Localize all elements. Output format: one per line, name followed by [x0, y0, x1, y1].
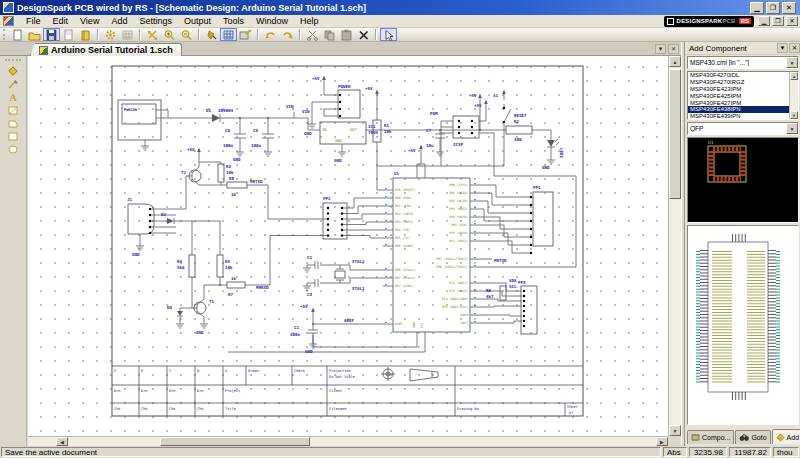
settings-gear-icon[interactable] — [102, 28, 119, 41]
restore-button[interactable]: ❐ — [766, 2, 780, 14]
symbol-preview — [687, 225, 799, 425]
add-shape-rectangle-tool[interactable] — [2, 104, 24, 117]
svg-text:Drn: Drn — [169, 389, 176, 393]
scroll-left-button[interactable]: ◀ — [56, 437, 68, 446]
zoom-in-icon[interactable] — [161, 28, 178, 41]
add-shape-polygon-tool[interactable] — [2, 117, 24, 130]
menu-help[interactable]: Help — [294, 15, 325, 27]
designspark-logo: DESIGNSPARKPCB RS — [664, 16, 754, 27]
menu-edit[interactable]: Edit — [47, 15, 75, 27]
svg-text:1N4004: 1N4004 — [218, 108, 234, 113]
add-component-panel: Add Component ▼ ✕ MSP430.cml [in "..."] … — [684, 42, 800, 446]
add-shape-square-tool[interactable] — [2, 130, 24, 143]
list-item[interactable]: MSP430FE439IPN — [688, 113, 798, 120]
tab-list-dropdown-button[interactable]: ▼ — [655, 44, 666, 54]
zoom-out-icon[interactable] — [178, 28, 195, 41]
list-item[interactable]: MSP430FE425IPM — [688, 93, 798, 100]
list-scroll-up-button[interactable]: ▲ — [790, 72, 798, 80]
open-button[interactable] — [26, 28, 43, 41]
colors-icon[interactable] — [203, 28, 220, 41]
undo-icon[interactable] — [262, 28, 279, 41]
svg-text:GND: GND — [132, 252, 140, 257]
list-item-selected[interactable]: MSP430FE438IPN — [688, 106, 798, 113]
list-item[interactable]: MSP430F4270IRGZ — [688, 79, 798, 86]
technology-grid-icon[interactable] — [119, 28, 136, 41]
design-browser-icon[interactable] — [237, 28, 254, 41]
cut-icon[interactable] — [304, 28, 321, 41]
binoculars-icon — [739, 433, 749, 442]
list-scroll-down-button[interactable]: ▼ — [790, 111, 798, 119]
redo-icon[interactable] — [279, 28, 296, 41]
library-dropdown-icon[interactable]: ▼ — [786, 57, 798, 68]
select-cursor-button[interactable] — [380, 28, 397, 41]
menu-window[interactable]: Window — [250, 15, 294, 27]
child-restore-button[interactable]: ❐ — [772, 16, 784, 26]
title-block: E D C B A Drawn Check Projection Do Not … — [112, 366, 583, 416]
add-text-tool[interactable]: A — [2, 91, 24, 104]
svg-text:R7: R7 — [228, 292, 234, 297]
horizontal-scrollbar[interactable]: ◀ ▶ — [28, 436, 668, 446]
tab-goto[interactable]: Goto — [735, 430, 770, 444]
component-list[interactable]: MSP430F4270IDL MSP430F4270IRGZ MSP430FE4… — [687, 71, 799, 120]
toolbar-grip[interactable] — [5, 59, 21, 63]
menu-output[interactable]: Output — [178, 15, 217, 27]
save-all-button[interactable] — [77, 28, 94, 41]
grid-toggle-button[interactable] — [220, 28, 237, 41]
add-shape-ellipse-tool[interactable] — [2, 143, 24, 156]
svg-text:5k6: 5k6 — [177, 265, 185, 270]
package-select[interactable]: QFP ▼ — [687, 122, 799, 135]
svg-text:PD2 (INT0): PD2 (INT0) — [395, 212, 414, 216]
add-connection-tool[interactable] — [2, 78, 24, 91]
close-button[interactable]: ✕ — [782, 2, 796, 14]
designspark-logo-icon — [667, 18, 674, 25]
panel-tab-bar: Compo... Goto Add Co... — [685, 428, 800, 444]
child-close-button[interactable]: ✕ — [786, 16, 798, 26]
add-component-tool[interactable] — [2, 65, 24, 78]
menu-add[interactable]: Add — [105, 15, 133, 27]
list-item[interactable]: MSP430FE423IPM — [688, 86, 798, 93]
brand-designspark: DESIGNSPARK — [677, 18, 723, 24]
scrollbar-corner — [668, 436, 681, 446]
close-document-button[interactable] — [60, 28, 77, 41]
header-pp2: PP2 — [323, 196, 383, 239]
paste-icon[interactable] — [338, 28, 355, 41]
menu-tools[interactable]: Tools — [217, 15, 250, 27]
menu-view[interactable]: View — [74, 15, 105, 27]
child-minimize-button[interactable]: ▁ — [758, 16, 770, 26]
toolbar-grip[interactable] — [3, 29, 6, 40]
save-button[interactable] — [43, 28, 60, 41]
scroll-up-button[interactable]: ▲ — [669, 56, 681, 67]
document-icon[interactable] — [3, 16, 14, 26]
horizontal-scroll-thumb[interactable] — [160, 437, 310, 446]
zoom-extents-icon[interactable] — [144, 28, 161, 41]
library-select[interactable]: MSP430.cml [in "..."] ▼ — [687, 56, 799, 69]
panel-menu-button[interactable]: ▼ — [777, 43, 788, 53]
vertical-scrollbar[interactable]: ▲ ▼ — [668, 56, 681, 436]
header-pp3: R6 4k7 SDA SCL PP3 — [480, 278, 537, 334]
new-document-button[interactable] — [9, 28, 26, 41]
svg-text:J1: J1 — [127, 197, 133, 202]
schematic-canvas[interactable]: E D C B A Drawn Check Projection Do Not … — [28, 56, 668, 436]
scroll-down-button[interactable]: ▼ — [669, 425, 681, 436]
svg-text:Sheet: Sheet — [567, 405, 578, 409]
scroll-right-button[interactable]: ▶ — [656, 437, 668, 446]
toolbar-separator — [299, 29, 301, 40]
delete-icon[interactable] — [355, 28, 372, 41]
svg-text:PB0 (ICP1): PB0 (ICP1) — [449, 183, 468, 187]
list-scrollbar[interactable]: ▲ ▼ — [789, 72, 798, 119]
vertical-scroll-thumb[interactable] — [669, 69, 681, 199]
minimize-button[interactable]: ▁ — [750, 2, 764, 14]
panel-close-button[interactable]: ✕ — [789, 43, 800, 53]
tab-components[interactable]: Compo... — [687, 430, 734, 444]
list-item[interactable]: MSP430F4270IDL — [688, 72, 798, 79]
svg-text:GND: GND — [304, 131, 312, 136]
menu-settings[interactable]: Settings — [133, 15, 178, 27]
copy-icon[interactable] — [321, 28, 338, 41]
svg-text:PC5 (ADC5/SCL): PC5 (ADC5/SCL) — [442, 305, 468, 309]
document-tab[interactable]: Arduino Serial Tutorial 1.sch — [30, 43, 182, 56]
tab-add-component[interactable]: Add Co... — [772, 429, 800, 444]
tab-close-button[interactable]: ✕ — [668, 44, 679, 54]
menu-file[interactable]: File — [20, 15, 47, 27]
package-dropdown-icon[interactable]: ▼ — [786, 123, 798, 134]
list-item[interactable]: MSP430FE427IPM — [688, 100, 798, 107]
